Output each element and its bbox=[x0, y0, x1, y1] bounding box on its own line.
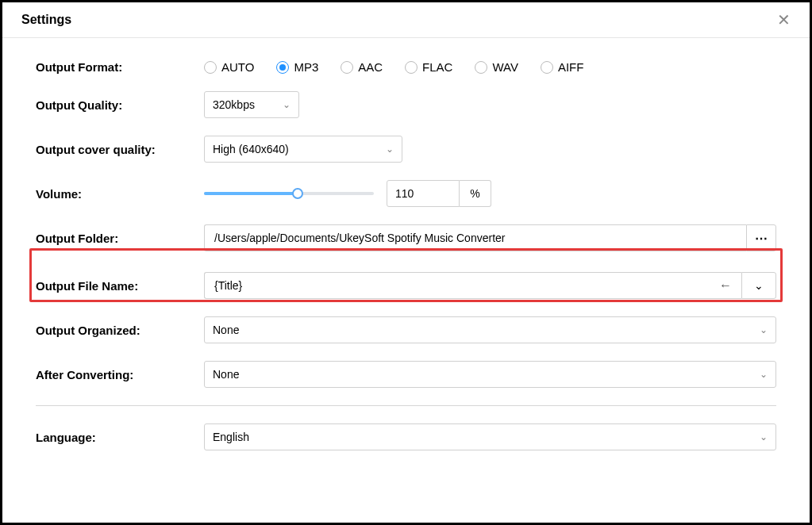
label-output-format: Output Format: bbox=[36, 60, 204, 74]
chevron-down-icon: ⌄ bbox=[760, 369, 768, 380]
output-format-radio-group: AUTO MP3 AAC FLAC WAV AIFF bbox=[204, 60, 776, 74]
select-value: English bbox=[213, 431, 249, 443]
radio-auto[interactable]: AUTO bbox=[204, 60, 254, 74]
output-quality-select[interactable]: 320kbps ⌄ bbox=[204, 91, 299, 118]
slider-thumb[interactable] bbox=[292, 188, 303, 199]
row-output-folder: Output Folder: ⋯ bbox=[36, 224, 776, 251]
radio-icon bbox=[276, 61, 289, 74]
radio-label: AUTO bbox=[221, 60, 254, 74]
close-icon[interactable]: ✕ bbox=[777, 12, 791, 28]
radio-label: AAC bbox=[358, 60, 383, 74]
radio-label: FLAC bbox=[422, 60, 452, 74]
browse-folder-button[interactable]: ⋯ bbox=[746, 224, 776, 251]
language-select[interactable]: English ⌄ bbox=[204, 423, 776, 450]
radio-wav[interactable]: WAV bbox=[475, 60, 518, 74]
radio-aac[interactable]: AAC bbox=[341, 60, 383, 74]
filename-value: {Title} bbox=[214, 279, 242, 292]
label-output-file-name: Output File Name: bbox=[36, 279, 204, 293]
chevron-down-icon: ⌄ bbox=[760, 431, 768, 443]
radio-aiff[interactable]: AIFF bbox=[541, 60, 584, 74]
chevron-down-icon: ⌄ bbox=[754, 279, 764, 292]
label-volume: Volume: bbox=[36, 187, 204, 201]
row-output-format: Output Format: AUTO MP3 AAC FLAC WAV AIF… bbox=[36, 60, 776, 74]
row-after-converting: After Converting: None ⌄ bbox=[36, 361, 776, 388]
more-icon: ⋯ bbox=[755, 231, 768, 246]
after-converting-select[interactable]: None ⌄ bbox=[204, 361, 776, 388]
volume-input[interactable] bbox=[387, 180, 460, 207]
radio-mp3[interactable]: MP3 bbox=[276, 60, 318, 74]
radio-icon bbox=[405, 61, 418, 74]
radio-icon bbox=[541, 61, 553, 74]
label-after-converting: After Converting: bbox=[36, 368, 204, 381]
row-volume: Volume: % bbox=[36, 180, 776, 207]
chevron-down-icon: ⌄ bbox=[760, 324, 768, 335]
row-output-file-name: Output File Name: {Title} ← ⌄ bbox=[36, 272, 776, 299]
back-arrow-icon[interactable]: ← bbox=[719, 278, 732, 293]
radio-label: AIFF bbox=[558, 60, 584, 74]
dialog-header: Settings ✕ bbox=[2, 2, 810, 38]
section-divider bbox=[36, 405, 776, 406]
select-value: None bbox=[213, 368, 239, 381]
output-folder-input[interactable] bbox=[204, 224, 746, 251]
output-file-name-input[interactable]: {Title} ← bbox=[204, 272, 741, 299]
volume-unit: % bbox=[460, 180, 491, 207]
output-file-name-dropdown[interactable]: ⌄ bbox=[741, 272, 776, 299]
dialog-content: Output Format: AUTO MP3 AAC FLAC WAV AIF… bbox=[2, 38, 810, 484]
row-language: Language: English ⌄ bbox=[36, 423, 776, 450]
label-output-cover-quality: Output cover quality: bbox=[36, 143, 204, 156]
volume-slider[interactable] bbox=[204, 192, 374, 195]
row-output-organized: Output Organized: None ⌄ bbox=[36, 316, 776, 343]
radio-flac[interactable]: FLAC bbox=[405, 60, 452, 74]
label-language: Language: bbox=[36, 431, 204, 444]
chevron-down-icon: ⌄ bbox=[386, 144, 394, 155]
row-output-quality: Output Quality: 320kbps ⌄ bbox=[36, 91, 776, 118]
chevron-down-icon: ⌄ bbox=[283, 99, 291, 110]
slider-fill bbox=[204, 192, 298, 195]
select-value: High (640x640) bbox=[213, 143, 289, 155]
row-output-cover-quality: Output cover quality: High (640x640) ⌄ bbox=[36, 136, 776, 163]
select-value: 320kbps bbox=[213, 98, 255, 111]
select-value: None bbox=[213, 324, 239, 336]
output-organized-select[interactable]: None ⌄ bbox=[204, 316, 776, 343]
radio-icon bbox=[341, 61, 353, 74]
dialog-title: Settings bbox=[21, 13, 71, 27]
label-output-quality: Output Quality: bbox=[36, 98, 204, 112]
label-output-folder: Output Folder: bbox=[36, 232, 204, 245]
radio-icon bbox=[475, 61, 487, 74]
label-output-organized: Output Organized: bbox=[36, 324, 204, 337]
radio-icon bbox=[204, 61, 217, 74]
output-cover-quality-select[interactable]: High (640x640) ⌄ bbox=[204, 136, 402, 163]
radio-label: MP3 bbox=[294, 60, 318, 74]
radio-label: WAV bbox=[492, 60, 518, 74]
settings-dialog: Settings ✕ Output Format: AUTO MP3 AAC F… bbox=[0, 0, 812, 525]
